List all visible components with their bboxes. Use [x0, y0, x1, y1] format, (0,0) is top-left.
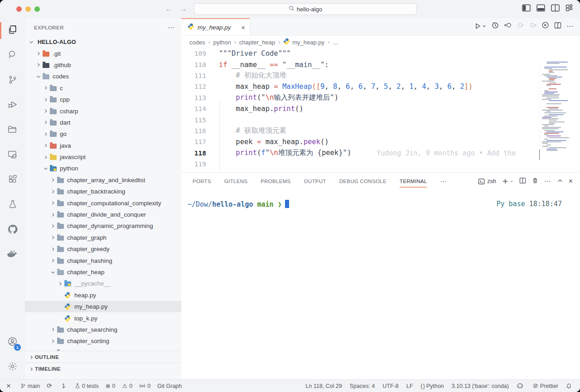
- tree-file-my_heap.py[interactable]: my_heap.py: [25, 301, 181, 312]
- status-gitlens[interactable]: [61, 383, 68, 389]
- status-notifications[interactable]: [566, 383, 574, 389]
- status-ports[interactable]: 0: [139, 383, 150, 389]
- tree-folder-chapter_array_and_linkedlist[interactable]: chapter_array_and_linkedlist: [25, 174, 181, 186]
- tree-folder-chapter_hashing[interactable]: chapter_hashing: [25, 255, 181, 266]
- code-line-113[interactable]: 113 print("\n输入列表并建堆后"): [181, 92, 580, 103]
- tree-folder-chapter_dynamic_programming[interactable]: chapter_dynamic_programming: [25, 220, 181, 232]
- tab-my-heap[interactable]: my_heap.py ×: [181, 18, 250, 35]
- minimap[interactable]: [540, 62, 570, 154]
- status-sync[interactable]: ⟳: [47, 382, 54, 389]
- panel-tab-problems[interactable]: PROBLEMS: [261, 173, 290, 190]
- panel-more-actions-icon[interactable]: ⋯: [544, 177, 551, 185]
- activity-bar-item-source-control[interactable]: [0, 68, 25, 93]
- tree-file-top_k.py[interactable]: top_k.py: [25, 312, 181, 324]
- activity-bar-item-accounts[interactable]: 1: [0, 330, 25, 355]
- split-editor-icon[interactable]: [554, 22, 561, 31]
- code-line-111[interactable]: 111 # 初始化大顶堆: [181, 70, 580, 81]
- status-tests[interactable]: 0 tests: [75, 383, 99, 389]
- code-line-109[interactable]: 109"""Driver Code""": [181, 48, 580, 59]
- open-changes-icon[interactable]: [504, 22, 512, 30]
- split-terminal-icon[interactable]: [519, 177, 526, 186]
- activity-bar-item-docker[interactable]: [0, 242, 25, 267]
- status-remote-indicator[interactable]: [5, 383, 14, 389]
- tree-folder-.github[interactable]: .github: [25, 59, 181, 71]
- new-terminal-icon[interactable]: [502, 178, 513, 184]
- status-copilot[interactable]: [517, 383, 525, 389]
- status-language-mode[interactable]: { }Python: [420, 383, 444, 389]
- breadcrumb-item-codes[interactable]: codes: [189, 39, 205, 46]
- toggle-sidebar-icon[interactable]: [522, 4, 531, 12]
- status-git-branch[interactable]: main: [20, 383, 40, 389]
- code-line-119[interactable]: 119: [181, 159, 580, 169]
- status-indentation[interactable]: Spaces: 4: [350, 383, 375, 389]
- breadcrumb-item-chapter_heap[interactable]: chapter_heap: [239, 39, 276, 46]
- tree-folder-chapter_sorting[interactable]: chapter_sorting: [25, 335, 181, 347]
- tree-folder-.git[interactable]: .git: [25, 48, 181, 59]
- close-tab-icon[interactable]: ×: [241, 24, 245, 31]
- tree-folder-codes[interactable]: codes: [25, 71, 181, 82]
- code-line-116[interactable]: 116 # 获取堆顶元素: [181, 126, 580, 136]
- activity-bar-item-run-debug[interactable]: [0, 93, 25, 118]
- tree-folder-chapter_heap[interactable]: chapter_heap: [25, 266, 181, 278]
- tree-folder-cpp[interactable]: cpp: [25, 94, 181, 105]
- code-line-110[interactable]: 110if __name__ == "__main__":: [181, 59, 580, 70]
- tree-folder-python[interactable]: python: [25, 163, 181, 174]
- tree-folder-chapter_divide_and_conquer[interactable]: chapter_divide_and_conquer: [25, 209, 181, 220]
- run-python-file-button[interactable]: [474, 23, 486, 29]
- tree-folder-chapter_greedy[interactable]: chapter_greedy: [25, 243, 181, 255]
- timeline-section[interactable]: TIMELINE: [25, 363, 181, 375]
- status-eol[interactable]: LF: [406, 383, 413, 389]
- panel-tabs-more-icon[interactable]: ⋯: [440, 178, 447, 185]
- tree-folder-csharp[interactable]: csharp: [25, 105, 181, 116]
- terminal-shell-button[interactable]: zsh: [478, 178, 496, 185]
- explorer-more-actions-icon[interactable]: ⋯: [168, 24, 175, 32]
- breadcrumb-item-my_heap.py[interactable]: my_heap.py: [283, 38, 324, 46]
- breadcrumb-item-python[interactable]: python: [213, 39, 231, 46]
- command-center-search[interactable]: hello-algo: [194, 3, 417, 15]
- kill-terminal-icon[interactable]: [532, 177, 538, 186]
- panel-tab-terminal[interactable]: TERMINAL: [400, 173, 427, 190]
- status-git-graph[interactable]: Git Graph: [157, 383, 182, 389]
- more-actions-icon[interactable]: ⋯: [566, 22, 574, 30]
- activity-bar-item-settings[interactable]: [0, 355, 25, 380]
- split-layout-icon[interactable]: [551, 4, 560, 12]
- file-history-icon[interactable]: [491, 21, 499, 31]
- tree-folder-go[interactable]: go: [25, 128, 181, 140]
- tree-folder-chapter_searching[interactable]: chapter_searching: [25, 324, 181, 335]
- tree-folder-java[interactable]: java: [25, 140, 181, 151]
- tree-folder-__pycache__[interactable]: __pycache__: [25, 278, 181, 289]
- tree-folder-dart[interactable]: dart: [25, 117, 181, 128]
- activity-bar-item-explorer[interactable]: [0, 18, 25, 43]
- panel-tab-output[interactable]: OUTPUT: [304, 173, 326, 190]
- close-window-button[interactable]: [16, 6, 22, 12]
- code-line-115[interactable]: 115: [181, 114, 580, 125]
- toggle-panel-icon[interactable]: [536, 4, 545, 12]
- breadcrumb-item-…[interactable]: …: [333, 39, 338, 46]
- terminal[interactable]: ~/Dow/hello-algo main ❯ Py base 18:18:47: [188, 200, 574, 208]
- tree-file-heap.py[interactable]: heap.py: [25, 290, 181, 301]
- activity-bar-item-folders[interactable]: [0, 118, 25, 143]
- status-python-interpreter[interactable]: 3.10.13 ('base': conda): [452, 383, 509, 389]
- code-line-118[interactable]: 118 print(f"\n堆顶元素为 {peek}")Yudong Jin, …: [181, 148, 580, 159]
- tree-root-HELLO-ALGO[interactable]: HELLO-ALGO: [25, 36, 181, 48]
- customize-layout-icon[interactable]: [566, 4, 574, 12]
- status-cursor-position[interactable]: Ln 118, Col 29: [305, 383, 342, 389]
- panel-tab-debug-console[interactable]: DEBUG CONSOLE: [339, 173, 387, 190]
- panel-tab-gitlens[interactable]: GITLENS: [224, 173, 247, 190]
- minimize-window-button[interactable]: [25, 6, 31, 12]
- maximize-panel-icon[interactable]: [557, 177, 563, 185]
- status-errors[interactable]: ⊗0: [106, 383, 116, 389]
- activity-bar-item-search[interactable]: [0, 43, 25, 68]
- tree-folder-javascript[interactable]: javascript: [25, 151, 181, 163]
- panel-tab-ports[interactable]: PORTS: [193, 173, 211, 190]
- forward-arrow-icon[interactable]: →: [179, 4, 188, 14]
- zoom-window-button[interactable]: [34, 6, 40, 12]
- tree-folder-c[interactable]: c: [25, 82, 181, 94]
- back-arrow-icon[interactable]: ←: [164, 4, 174, 14]
- code-editor[interactable]: 109"""Driver Code"""110if __name__ == "_…: [181, 48, 580, 172]
- activity-bar-item-remote-explorer[interactable]: [0, 143, 25, 168]
- code-line-114[interactable]: 114 max_heap.print(): [181, 103, 580, 114]
- tree-folder-chapter_computational_complexity[interactable]: chapter_computational_complexity: [25, 197, 181, 208]
- outline-section[interactable]: OUTLINE: [25, 351, 181, 363]
- activity-bar-item-testing[interactable]: [0, 193, 25, 218]
